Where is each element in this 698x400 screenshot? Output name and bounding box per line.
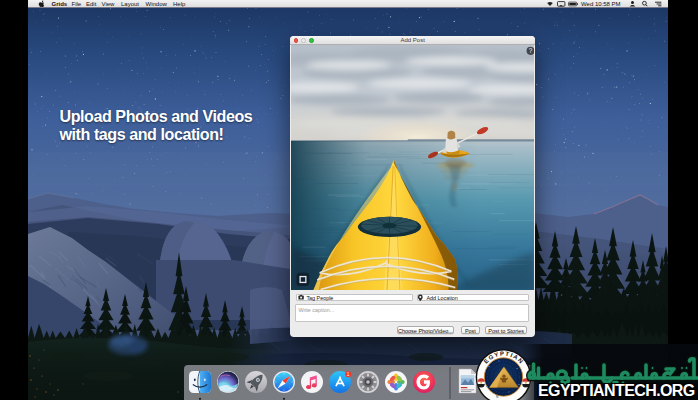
svg-text:Wed 10:58 PM: Wed 10:58 PM bbox=[581, 1, 621, 7]
svg-text:1: 1 bbox=[347, 372, 350, 377]
svg-text:?: ? bbox=[529, 47, 533, 54]
